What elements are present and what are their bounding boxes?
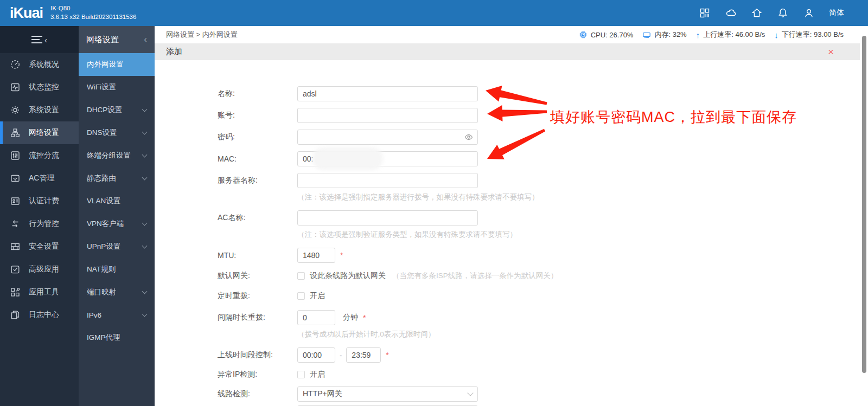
cpu-value: CPU: 26.70% <box>591 31 634 39</box>
account-input[interactable] <box>297 108 478 123</box>
upload-value: 上行速率: 46.00 B/s <box>703 30 765 40</box>
ip-check-checkbox[interactable] <box>297 371 305 378</box>
cloud-icon[interactable] <box>725 7 737 19</box>
gateway-row: 默认网关: 设此条线路为默认网关 （当您有多条ISP线路，请选择一条作为默认网关… <box>218 268 860 283</box>
interval-input[interactable] <box>297 310 335 325</box>
time-from-input[interactable] <box>297 347 335 363</box>
close-icon[interactable]: × <box>828 47 834 57</box>
language-switch[interactable]: 简体 <box>829 8 844 18</box>
home-icon[interactable] <box>751 7 763 19</box>
sidebar-item-advanced[interactable]: 高级应用 <box>0 258 79 281</box>
sidebar-item-monitor[interactable]: 状态监控 <box>0 76 79 99</box>
sidebar-item-ac[interactable]: AC管理 <box>0 167 79 190</box>
submenu-item[interactable]: 端口映射 <box>79 281 155 304</box>
sidebar-item-label: 系统设置 <box>29 105 59 115</box>
redial-checkbox[interactable] <box>297 292 305 300</box>
scrollbar-thumb[interactable] <box>862 36 866 373</box>
submenu-item-label: 端口映射 <box>87 287 116 297</box>
submenu-item[interactable]: WiFi设置 <box>79 76 155 99</box>
server-input[interactable] <box>297 173 478 188</box>
password-input[interactable] <box>297 130 478 145</box>
submenu-item[interactable]: UPnP设置 <box>79 235 155 258</box>
sidebar-item-network[interactable]: 网络设置 <box>0 121 79 144</box>
line-check-select[interactable]: HTTP+网关 <box>297 386 478 402</box>
topbar-actions: 简体 <box>699 7 868 19</box>
chevron-down-icon <box>142 106 148 112</box>
submenu-title: 网络设置 <box>86 35 119 45</box>
submenu-collapse-icon[interactable]: ‹ <box>144 34 147 45</box>
sidebar-item-sliders[interactable]: 流控分流 <box>0 144 79 167</box>
annotation-text: 填好账号密码MAC，拉到最下面保存 <box>550 107 797 127</box>
apps-icon[interactable] <box>699 7 711 19</box>
submenu-item[interactable]: 静态路由 <box>79 167 155 190</box>
sidebar-item-auth[interactable]: 认证计费 <box>0 190 79 212</box>
submenu-item[interactable]: VLAN设置 <box>79 190 155 212</box>
firmware-build: 3.6.13 x32 Build202301131536 <box>50 13 136 22</box>
logs-icon <box>10 310 21 320</box>
submenu-item-label: DNS设置 <box>87 128 117 138</box>
submenu-item[interactable]: 内外网设置 <box>79 53 155 76</box>
interval-group: 间隔时长重拨: 分钟 * （拨号成功以后开始计时,0表示无限时间） <box>218 310 860 340</box>
submenu-header: 网络设置 ‹ <box>79 26 155 53</box>
submenu-item[interactable]: 终端分组设置 <box>79 144 155 167</box>
download-value: 下行速率: 93.00 B/s <box>782 30 844 40</box>
sidebar-item-label: 应用工具 <box>29 287 59 297</box>
submenu-item[interactable]: DNS设置 <box>79 121 155 144</box>
submenu-item[interactable]: IPv6 <box>79 304 155 326</box>
sidebar-item-gauge[interactable]: 系统概况 <box>0 53 79 76</box>
time-to-input[interactable] <box>346 347 381 363</box>
sidebar-item-behavior[interactable]: 行为管控 <box>0 212 79 235</box>
sidebar-item-logs[interactable]: 日志中心 <box>0 304 79 326</box>
mtu-input[interactable] <box>297 248 335 263</box>
sidebar-item-label: 状态监控 <box>29 82 59 92</box>
server-label: 服务器名称: <box>218 176 297 185</box>
submenu-item[interactable]: IGMP代理 <box>79 326 155 349</box>
collapse-left-icon: ‹ <box>44 35 47 44</box>
mtu-row: MTU: * <box>218 248 860 263</box>
online-time-row: 上线时间段控制: - * <box>218 347 860 363</box>
submenu-item[interactable]: NAT规则 <box>79 258 155 281</box>
submenu-item-label: DHCP设置 <box>87 105 122 115</box>
required-mark: * <box>340 251 343 260</box>
sidebar-item-firewall[interactable]: 安全设置 <box>0 235 79 258</box>
monitor-icon <box>10 82 21 93</box>
gateway-checkbox[interactable] <box>297 272 305 280</box>
name-label: 名称: <box>218 89 297 99</box>
ac-input[interactable] <box>297 210 478 225</box>
sidebar-collapse-button[interactable]: ‹ <box>0 26 79 53</box>
mac-input[interactable] <box>297 151 478 166</box>
ac-icon <box>10 173 21 184</box>
name-row: 名称: <box>218 86 860 101</box>
submenu-item[interactable]: VPN客户端 <box>79 212 155 235</box>
submenu-items: 内外网设置WiFi设置DHCP设置DNS设置终端分组设置静态路由VLAN设置VP… <box>79 53 155 349</box>
user-icon[interactable] <box>803 7 815 19</box>
chevron-down-icon <box>142 311 148 317</box>
password-row: 密码: <box>218 130 860 145</box>
mac-row: MAC: <box>218 151 860 166</box>
cpu-icon <box>579 30 588 39</box>
sidebar-item-label: 日志中心 <box>29 310 59 320</box>
device-info: IK-Q80 3.6.13 x32 Build202301131536 <box>50 4 136 21</box>
firewall-icon <box>10 241 21 252</box>
submenu-item[interactable]: DHCP设置 <box>79 99 155 121</box>
network-icon <box>10 127 21 138</box>
sidebar-item-gear[interactable]: 系统设置 <box>0 99 79 121</box>
chevron-down-icon <box>142 129 148 134</box>
sidebar-item-tools[interactable]: 应用工具 <box>0 281 79 304</box>
download-status: ↓ 下行速率: 93.00 B/s <box>774 30 844 40</box>
submenu-item-label: VLAN设置 <box>87 196 120 206</box>
chevron-down-icon <box>142 288 148 294</box>
name-input[interactable] <box>297 86 478 101</box>
bell-icon[interactable] <box>777 7 789 19</box>
submenu-item-label: WiFi设置 <box>87 82 116 92</box>
tools-icon <box>10 287 21 298</box>
top-bar: iKuai IK-Q80 3.6.13 x32 Build20230113153… <box>0 0 868 26</box>
eye-icon[interactable] <box>464 133 473 141</box>
main-sidebar: ‹ 系统概况状态监控系统设置网络设置流控分流AC管理认证计费行为管控安全设置高级… <box>0 26 79 406</box>
behavior-icon <box>10 218 21 229</box>
chevron-down-icon <box>142 152 148 157</box>
panel-header: 添加 × <box>155 43 860 60</box>
app-logo: iKuai <box>0 5 50 22</box>
submenu-panel: 网络设置 ‹ 内外网设置WiFi设置DHCP设置DNS设置终端分组设置静态路由V… <box>79 26 155 406</box>
server-note: （注：该选择是强制指定服务器进行拨号，如果没有特殊要求请不要填写） <box>297 192 860 203</box>
